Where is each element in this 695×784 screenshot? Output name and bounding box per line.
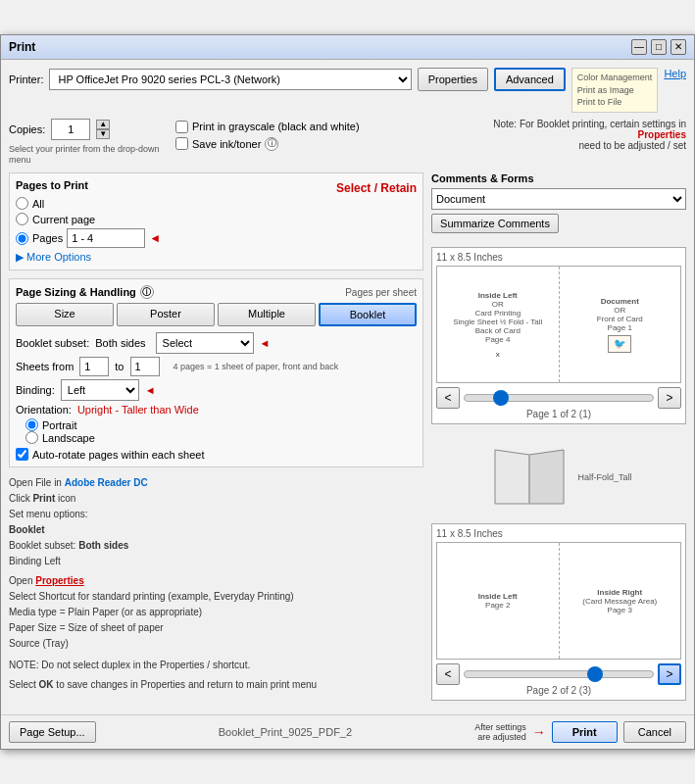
select-retain-label: Select / Retain <box>336 181 417 195</box>
properties-note-link[interactable]: Properties <box>638 129 686 140</box>
color-management-tooltip: Color Management Print as Image Print to… <box>571 68 659 113</box>
booklet-subset-label: Booklet subset: <box>16 337 89 349</box>
more-options[interactable]: ▶ More Options <box>16 251 417 264</box>
instr-line11: Source (Tray) <box>9 636 423 652</box>
x-mark-1: x <box>496 350 500 359</box>
preview-left-title-2: Inside Left <box>478 592 518 601</box>
instr-note2: Select OK to save changes in Properties … <box>9 677 423 693</box>
maximize-button[interactable]: □ <box>651 39 667 55</box>
minimize-button[interactable]: — <box>631 39 647 55</box>
binding-select[interactable]: Left <box>61 379 139 401</box>
poster-button[interactable]: Poster <box>117 303 215 326</box>
save-ink-label: Save ink/toner <box>192 138 261 150</box>
preview-nav-1: < > <box>436 387 681 409</box>
instr-line10: Paper Size = Size of sheet of paper <box>9 620 423 636</box>
booklet-subset-select[interactable]: Select <box>156 332 254 354</box>
prev-page-1-button[interactable]: < <box>436 387 460 409</box>
pages-value-input[interactable] <box>67 228 145 248</box>
save-ink-checkbox[interactable] <box>175 137 188 150</box>
next-page-2-button[interactable]: > <box>658 663 681 685</box>
title-bar: Print — □ ✕ <box>1 35 694 60</box>
orientation-value: Upright - Taller than Wide <box>77 404 199 416</box>
slider-2[interactable] <box>464 670 654 678</box>
orientation-label: Orientation: <box>16 404 72 416</box>
info-icon[interactable]: ⓘ <box>265 137 278 151</box>
comments-forms-select[interactable]: Document <box>431 188 686 210</box>
page-sizing-section: Page Sizing & Handling ⓘ Pages per sheet… <box>9 278 423 467</box>
instr-line4: Booklet <box>9 522 423 538</box>
slider-1[interactable] <box>464 394 654 402</box>
portrait-radio[interactable] <box>25 418 38 431</box>
preview-right-2: Inside Right (Card Message Area) Page 3 <box>560 543 681 659</box>
sizing-info-icon[interactable]: ⓘ <box>140 285 154 299</box>
booklet-subset-row: Booklet subset: Both sides Select ◄ <box>16 332 417 354</box>
help-link[interactable]: Help <box>664 68 686 79</box>
prev-page-2-button[interactable]: < <box>436 663 460 685</box>
page-size-label-2: 11 x 8.5 Inches <box>436 528 681 539</box>
grayscale-row: Print in grayscale (black and white) <box>175 121 461 133</box>
printer-dropdown[interactable]: HP OfficeJet Pro 9020 series PCL-3 (Netw… <box>49 69 411 90</box>
sheets-annotation: 4 pages = 1 sheet of paper, front and ba… <box>174 362 339 371</box>
page-preview-2: 11 x 8.5 Inches Inside Left Page 2 Insid… <box>431 523 686 701</box>
page-setup-button[interactable]: Page Setup... <box>9 721 96 743</box>
copies-down[interactable]: ▼ <box>96 129 110 139</box>
properties-instr-link[interactable]: Properties <box>35 575 83 586</box>
preview-left-title-1: Inside Left <box>478 291 518 300</box>
instr-line3: Set menu options: <box>9 507 423 522</box>
print-dialog: Print — □ ✕ Printer: HP OfficeJet Pro 90… <box>0 34 695 750</box>
pages-radio-group: All Current page Pages ◄ <box>16 197 417 248</box>
preview-right-title-2: Inside Right <box>597 588 642 597</box>
all-radio-row: All <box>16 197 417 210</box>
advanced-button[interactable]: Advanced <box>494 68 566 91</box>
sheets-from-input[interactable] <box>79 357 109 376</box>
slider-thumb-1 <box>493 390 509 406</box>
instr-note: NOTE: Do not select duplex in the Proper… <box>9 658 423 673</box>
auto-rotate-checkbox[interactable] <box>16 448 28 461</box>
printer-annotation: Select your printer from the drop-down m… <box>9 144 166 167</box>
copies-input[interactable] <box>51 119 90 140</box>
current-page-label: Current page <box>32 214 95 225</box>
grayscale-label: Print in grayscale (black and white) <box>192 121 360 132</box>
booklet-button[interactable]: Booklet <box>319 303 417 326</box>
pages-to-print-section: Pages to Print Select / Retain All Curre… <box>9 172 423 270</box>
booklet-svg <box>485 440 573 514</box>
after-settings-label: After settings are adjusted <box>474 722 526 742</box>
summarize-comments-button[interactable]: Summarize Comments <box>431 214 559 233</box>
auto-rotate-row: Auto-rotate pages within each sheet <box>16 448 417 461</box>
copies-up[interactable]: ▲ <box>96 120 110 129</box>
copies-spinner[interactable]: ▲ ▼ <box>96 120 110 139</box>
pages-radio[interactable] <box>16 232 28 245</box>
multiple-button[interactable]: Multiple <box>218 303 316 326</box>
instructions-area: Open File in Adobe Reader DC Click Print… <box>9 475 423 693</box>
booklet-preview-area: Half-Fold_Tall <box>431 440 686 514</box>
instr-line2: Click Print icon <box>9 491 423 507</box>
filename-label: Booklet_Print_9025_PDF_2 <box>100 726 471 738</box>
instr-line9: Media type = Plain Paper (or as appropri… <box>9 605 423 620</box>
size-button[interactable]: Size <box>16 303 114 326</box>
after-settings-arrow: → <box>532 724 546 740</box>
small-card-icon: 🐦 <box>608 335 631 353</box>
cancel-button[interactable]: Cancel <box>623 721 686 743</box>
svg-marker-0 <box>495 450 529 504</box>
instr-line7: Open Properties <box>9 573 423 589</box>
adobe-link: Adobe Reader DC <box>65 477 148 488</box>
sheets-to-input[interactable] <box>130 357 160 376</box>
all-radio[interactable] <box>16 197 28 210</box>
next-page-1-button[interactable]: > <box>658 387 681 409</box>
svg-marker-1 <box>529 450 564 504</box>
pages-to-print-title: Pages to Print <box>16 179 88 191</box>
preview-nav-2: < > <box>436 663 681 685</box>
pages-per-sheet-label: Pages per sheet <box>345 287 417 298</box>
properties-button[interactable]: Properties <box>418 68 488 91</box>
binding-arrow: ◄ <box>145 384 156 396</box>
landscape-radio[interactable] <box>25 431 38 444</box>
grayscale-checkbox[interactable] <box>175 121 188 133</box>
booklet-subset-value: Both sides <box>95 337 145 349</box>
current-page-radio[interactable] <box>16 213 28 225</box>
portrait-label: Portrait <box>42 419 76 431</box>
print-button[interactable]: Print <box>552 721 618 743</box>
preview-card-1: Inside Left OR Card Printing Single Shee… <box>436 266 681 383</box>
window-title: Print <box>9 40 35 54</box>
close-button[interactable]: ✕ <box>670 39 686 55</box>
preview-right-title-1: Document <box>601 297 639 306</box>
